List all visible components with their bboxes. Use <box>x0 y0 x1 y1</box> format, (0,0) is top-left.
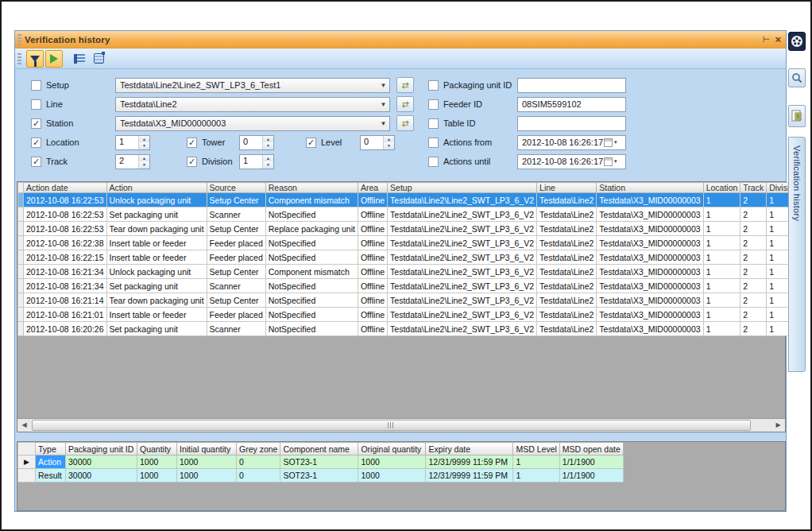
actions-from-field[interactable]: 2012-10-08 16:26:17 ▾ <box>517 135 626 150</box>
detail-cell[interactable]: 1000 <box>358 469 426 483</box>
spinner-arrows-icon[interactable]: ▲▼ <box>383 136 394 149</box>
table-row[interactable]: 2012-10-08 16:22:53Unlock packaging unit… <box>18 193 802 207</box>
table-row[interactable]: 2012-10-08 16:22:53Set packaging unitSca… <box>18 207 802 222</box>
division-checkbox[interactable]: ✓ <box>187 157 197 167</box>
cell[interactable]: NotSpecified <box>265 236 358 250</box>
detail-column-header[interactable]: Component name <box>280 443 358 455</box>
cell[interactable]: 1 <box>703 293 740 308</box>
close-icon[interactable]: × <box>775 34 781 45</box>
line-dropdown[interactable]: Testdata\Line2 ▼ <box>115 97 390 112</box>
detail-cell[interactable]: 1000 <box>177 455 237 469</box>
setup-refresh-button[interactable]: ⇄ <box>396 77 414 93</box>
detail-cell[interactable]: 30000 <box>66 455 137 469</box>
cell[interactable]: NotSpecified <box>265 207 358 222</box>
actions-until-checkbox[interactable]: ✓ <box>428 157 439 167</box>
cell[interactable]: Testdata\Line2\Line2_SWT_LP3_6_V2 <box>388 322 537 336</box>
table-row[interactable]: 2012-10-08 16:22:38Insert table or feede… <box>18 236 802 250</box>
detail-cell[interactable]: 12/31/9999 11:59 PM <box>426 455 513 469</box>
row-header[interactable] <box>18 293 24 308</box>
cell[interactable]: NotSpecified <box>265 250 358 265</box>
detail-column-header[interactable]: Packaging unit ID <box>66 443 137 455</box>
search-button[interactable] <box>788 68 806 87</box>
location-checkbox[interactable]: ✓ <box>31 138 41 148</box>
calendar-icon[interactable]: ▾ <box>604 138 623 148</box>
column-chooser-button[interactable] <box>71 50 88 68</box>
reel-button[interactable] <box>788 32 806 51</box>
cell[interactable]: 2 <box>740 265 767 279</box>
cell[interactable]: Feeder placed <box>207 250 265 265</box>
cell[interactable]: 2 <box>740 250 767 265</box>
cell[interactable]: Testdata\Line2\Line2_SWT_LP3_6_V2 <box>388 207 537 222</box>
cell[interactable]: Testdata\X3_MID00000003 <box>597 193 703 207</box>
column-header[interactable]: Source <box>207 183 265 193</box>
calendar-icon[interactable]: ▾ <box>604 157 623 167</box>
row-header[interactable] <box>18 207 24 222</box>
cell[interactable]: Replace packaging unit <box>265 222 358 236</box>
cell[interactable]: Setup Center <box>207 222 265 236</box>
cell[interactable]: 2012-10-08 16:22:15 <box>24 250 107 265</box>
cell[interactable]: Set packaging unit <box>106 279 207 293</box>
cell[interactable]: 2012-10-08 16:20:26 <box>24 322 107 336</box>
detail-cell[interactable]: 0 <box>237 455 280 469</box>
cell[interactable]: Testdata\Line2 <box>537 308 597 322</box>
row-header[interactable] <box>18 250 24 265</box>
cell[interactable]: Offline <box>358 222 387 236</box>
column-header[interactable]: Reason <box>265 183 358 193</box>
cell[interactable]: Feeder placed <box>207 236 265 250</box>
tower-spinner[interactable]: 0 ▲▼ <box>239 135 274 150</box>
level-checkbox[interactable]: ✓ <box>306 138 316 148</box>
detail-cell[interactable]: 30000 <box>66 469 137 483</box>
cell[interactable]: Testdata\X3_MID00000003 <box>597 250 703 265</box>
cell[interactable]: 2 <box>740 222 767 236</box>
cell[interactable]: Testdata\X3_MID00000003 <box>597 279 703 293</box>
cell[interactable]: Insert table or feeder <box>106 236 207 250</box>
line-checkbox[interactable]: ✓ <box>31 99 41 110</box>
column-header[interactable]: Action <box>106 183 207 193</box>
spinner-arrows-icon[interactable]: ▲▼ <box>138 136 149 149</box>
cell[interactable]: Testdata\X3_MID00000003 <box>597 265 703 279</box>
cell[interactable]: Testdata\X3_MID00000003 <box>597 308 703 322</box>
cell[interactable]: Offline <box>358 308 387 322</box>
detail-cell[interactable]: 1000 <box>358 455 426 469</box>
row-header[interactable] <box>18 308 24 322</box>
track-checkbox[interactable]: ✓ <box>31 157 41 167</box>
detail-row[interactable]: Result30000100010000SOT23-1100012/31/999… <box>18 469 624 483</box>
cell[interactable]: NotSpecified <box>265 279 358 293</box>
cell[interactable]: 1 <box>703 322 740 336</box>
cell[interactable]: NotSpecified <box>265 322 358 336</box>
cell[interactable]: Insert table or feeder <box>106 250 207 265</box>
cell[interactable]: 2012-10-08 16:21:34 <box>24 265 107 279</box>
cell[interactable]: Scanner <box>207 279 265 293</box>
detail-column-header[interactable]: Type <box>36 443 66 455</box>
row-header[interactable] <box>18 322 24 336</box>
detail-cell[interactable]: 1 <box>513 469 559 483</box>
packaging-unit-id-field[interactable] <box>517 78 626 93</box>
location-spinner[interactable]: 1 ▲▼ <box>115 135 150 150</box>
cell[interactable]: 2 <box>740 308 767 322</box>
cell[interactable]: Insert table or feeder <box>106 308 207 322</box>
cell[interactable]: Testdata\Line2 <box>537 279 597 293</box>
scrollbar-thumb[interactable] <box>32 420 751 431</box>
cell[interactable]: Setup Center <box>207 265 265 279</box>
cell[interactable]: Set packaging unit <box>106 322 207 336</box>
setup-checkbox[interactable]: ✓ <box>31 80 41 91</box>
table-id-field[interactable] <box>517 116 626 131</box>
row-header[interactable] <box>18 222 24 236</box>
row-header[interactable] <box>18 236 24 250</box>
cell[interactable]: Testdata\Line2\Line2_SWT_LP3_6_V2 <box>388 293 537 308</box>
cell[interactable]: 1 <box>703 308 740 322</box>
row-header[interactable] <box>18 265 24 279</box>
cell[interactable]: Testdata\X3_MID00000003 <box>597 293 703 308</box>
setup-dropdown[interactable]: Testdata\Line2\Line2_SWT_LP3_6_Test1 ▼ <box>115 78 390 93</box>
cell[interactable]: 2012-10-08 16:22:53 <box>24 193 107 207</box>
actions-from-checkbox[interactable]: ✓ <box>428 138 439 148</box>
detail-cell[interactable]: 1000 <box>177 469 237 483</box>
detail-cell[interactable]: 1 <box>513 455 559 469</box>
cell[interactable]: Testdata\Line2\Line2_SWT_LP3_6_V2 <box>388 193 537 207</box>
cell[interactable]: Testdata\X3_MID00000003 <box>597 207 703 222</box>
cell[interactable]: Offline <box>358 207 387 222</box>
cell[interactable]: NotSpecified <box>265 293 358 308</box>
cell[interactable]: 2 <box>740 193 767 207</box>
table-row[interactable]: 2012-10-08 16:21:14Tear down packaging u… <box>18 293 802 308</box>
cell[interactable]: Testdata\Line2 <box>537 193 597 207</box>
